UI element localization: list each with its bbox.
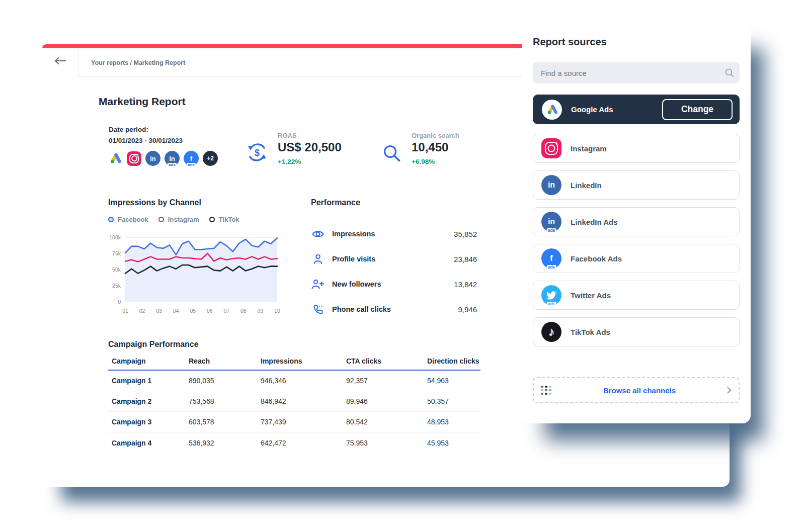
facebook-ads-icon: f ads: [541, 248, 561, 269]
facebook-ads-icon: f ads: [184, 151, 199, 166]
linkedin-ads-icon: in ads: [541, 212, 561, 232]
source-row-google-ads-selected[interactable]: Google Ads Change: [533, 95, 740, 124]
person-icon: [311, 254, 325, 264]
breadcrumb[interactable]: Your reports / Marketing Report: [91, 59, 185, 66]
back-button[interactable]: [53, 56, 68, 68]
svg-text:07: 07: [223, 308, 229, 314]
source-row-facebook-ads[interactable]: f ads Facebook Ads: [533, 244, 740, 273]
person-plus-icon: [311, 279, 325, 290]
search-icon: [725, 68, 734, 79]
channels-grid-icon: [541, 386, 552, 395]
source-row-linkedin-ads[interactable]: in ads LinkedIn Ads: [533, 207, 740, 236]
instagram-icon: [127, 151, 141, 166]
eye-icon: [311, 229, 325, 239]
legend-item-facebook[interactable]: Facebook: [108, 216, 148, 223]
roas-label: ROAS: [278, 132, 297, 139]
more-sources-badge[interactable]: +2: [203, 151, 218, 166]
selected-source-label: Google Ads: [571, 105, 613, 114]
table-row: Campaign 1890,035 946,34692,357 54,963: [108, 371, 480, 391]
svg-text:01: 01: [122, 308, 128, 314]
date-period-label: Date period:: [109, 126, 148, 133]
campaign-table-header: Campaign Reach Impressions CTA clicks Di…: [108, 357, 480, 371]
impressions-chart-svg: 025k50k75k100k01020304050607080910: [103, 231, 280, 316]
search-icon: [382, 144, 401, 165]
svg-text:0: 0: [118, 299, 121, 305]
find-source-input[interactable]: [533, 62, 740, 83]
table-row: Campaign 3603,578 737,43980,542 48,953: [108, 412, 480, 432]
svg-text:08: 08: [240, 308, 247, 314]
twitter-ads-icon: ads: [541, 285, 561, 305]
svg-text:02: 02: [139, 308, 145, 314]
organic-search-value: 10,450: [412, 140, 448, 154]
svg-text:25k: 25k: [112, 283, 121, 289]
svg-text:10: 10: [274, 308, 280, 314]
tiktok-series-marker: [209, 217, 215, 222]
chevron-right-icon: [727, 387, 732, 394]
organic-search-label: Organic search: [412, 132, 459, 139]
svg-text:05: 05: [190, 308, 196, 314]
linkedin-icon: in: [541, 175, 561, 195]
performance-title: Performance: [311, 198, 360, 207]
sources-panel-title: Report sources: [533, 36, 607, 48]
tiktok-ads-icon: ♪: [541, 322, 561, 342]
report-sources-panel: Report sources Google Ads Change Instagr…: [522, 21, 751, 423]
svg-text:$: $: [255, 148, 260, 158]
phone-icon: [311, 304, 325, 315]
campaign-table-title: Campaign Performance: [108, 340, 199, 349]
roas-value: US$ 20,500: [278, 140, 342, 154]
change-source-button[interactable]: Change: [662, 99, 733, 120]
google-ads-icon: [542, 100, 562, 120]
impressions-chart: 025k50k75k100k01020304050607080910: [103, 231, 280, 318]
chart-legend: Facebook Instagram TikTok: [108, 216, 239, 223]
table-row: Campaign 2753,568 846,94289,946 50,357: [108, 391, 480, 412]
facebook-series-marker: [108, 217, 114, 222]
performance-row-new-followers: New followers 13,842: [311, 272, 477, 297]
svg-text:100k: 100k: [109, 234, 121, 240]
connected-sources-avatars: in in ads f ads +2: [108, 151, 218, 166]
legend-item-tiktok[interactable]: TikTok: [209, 216, 239, 223]
performance-row-phone-call-clicks: Phone call clicks 9,946: [311, 297, 477, 322]
page-title: Marketing Report: [99, 96, 186, 108]
svg-text:03: 03: [156, 308, 162, 314]
arrow-left-icon: [53, 56, 67, 65]
source-row-twitter-ads[interactable]: ads Twitter Ads: [533, 281, 740, 310]
roas-delta: +1.22%: [278, 158, 301, 165]
table-row: Campaign 4536,932 642,47275,953 45,953: [108, 432, 480, 453]
svg-text:06: 06: [207, 308, 213, 314]
legend-item-instagram[interactable]: Instagram: [158, 216, 199, 223]
performance-row-profile-visits: Profile visits 23,846: [311, 246, 477, 272]
campaign-table: Campaign Reach Impressions CTA clicks Di…: [108, 357, 480, 453]
linkedin-icon: in: [145, 151, 160, 166]
source-row-linkedin[interactable]: in LinkedIn: [533, 170, 740, 200]
instagram-series-marker: [158, 217, 164, 222]
google-ads-icon: [108, 151, 123, 166]
browse-all-channels-label: Browse all channels: [552, 386, 727, 395]
instagram-icon: [541, 138, 561, 158]
svg-text:75k: 75k: [112, 250, 121, 256]
chart-section-title: Impressions by Channel: [108, 198, 201, 207]
source-row-tiktok-ads[interactable]: ♪ TikTok Ads: [533, 317, 740, 346]
dollar-sync-icon: $: [247, 142, 268, 165]
source-row-instagram[interactable]: Instagram: [533, 134, 740, 163]
linkedin-ads-icon: in ads: [165, 151, 180, 166]
performance-list: Impressions 35,852 Profile visits 23,846: [311, 221, 477, 322]
performance-row-impressions: Impressions 35,852: [311, 221, 477, 246]
svg-text:04: 04: [173, 308, 179, 314]
svg-text:09: 09: [258, 308, 264, 314]
organic-search-delta: +6.98%: [412, 158, 435, 165]
browse-all-channels[interactable]: Browse all channels: [533, 377, 740, 403]
svg-text:50k: 50k: [112, 267, 121, 273]
date-period-value: 01/01/2023 - 30/01/2023: [109, 137, 183, 144]
